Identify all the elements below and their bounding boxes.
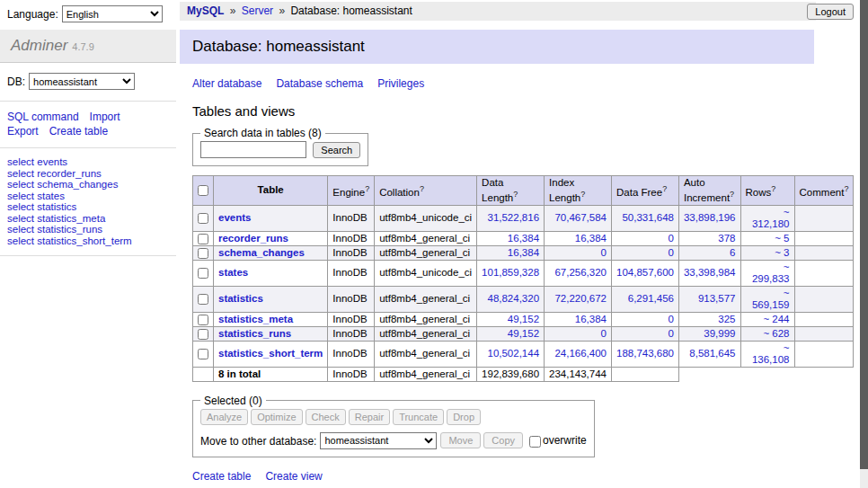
scrollbar-thumb[interactable] — [860, 0, 868, 469]
sidebar-link-select-recorder-runs[interactable]: select recorder_runs — [7, 168, 169, 180]
row-checkbox[interactable] — [198, 294, 208, 305]
link-privileges[interactable]: Privileges — [377, 77, 424, 90]
sidebar-action-create-table[interactable]: Create table — [49, 125, 108, 138]
sidebar-link-select-schema-changes[interactable]: select schema_changes — [7, 179, 169, 191]
search-button[interactable]: Search — [313, 142, 360, 158]
sidebar-link-select-statistics-short-term[interactable]: select statistics_short_term — [7, 235, 169, 247]
index-length-link[interactable]: 16,384 — [575, 314, 607, 324]
index-length-link[interactable]: 67,256,320 — [554, 267, 607, 278]
move-button[interactable]: Move — [440, 432, 481, 448]
link-database-schema[interactable]: Database schema — [276, 77, 363, 90]
help-link[interactable]: ? — [420, 184, 424, 193]
row-checkbox[interactable] — [198, 349, 208, 359]
logout-button[interactable]: Logout — [807, 4, 854, 20]
sidebar-action-export[interactable]: Export — [7, 125, 39, 138]
row-checkbox[interactable] — [198, 329, 208, 340]
auto-increment-link[interactable]: 6 — [730, 247, 735, 258]
data-length-link[interactable]: 49,152 — [508, 314, 539, 324]
help-link[interactable]: ? — [513, 190, 518, 199]
move-database-select[interactable]: homeassistant — [320, 432, 437, 449]
data-free-link[interactable]: 0 — [669, 233, 674, 244]
language-select[interactable]: English — [62, 5, 163, 22]
rows-link[interactable]: ~ 5 — [775, 233, 789, 244]
auto-increment-link[interactable]: 33,898,196 — [684, 212, 736, 223]
sidebar-link-select-events[interactable]: select events — [7, 156, 169, 168]
table-link-statistics[interactable]: statistics — [218, 293, 263, 304]
overwrite-checkbox[interactable] — [529, 436, 541, 448]
scrollbar[interactable] — [860, 0, 868, 488]
link-create-table[interactable]: Create table — [192, 470, 251, 483]
drop-button[interactable]: Drop — [447, 409, 481, 425]
help-link[interactable]: ? — [580, 190, 585, 199]
data-free-link[interactable]: 0 — [669, 314, 674, 324]
help-link[interactable]: ? — [844, 184, 848, 193]
link-alter-database[interactable]: Alter database — [192, 77, 261, 90]
index-length-link[interactable]: 70,467,584 — [554, 212, 607, 223]
check-button[interactable]: Check — [306, 409, 346, 425]
index-length-link[interactable]: 24,166,400 — [554, 348, 607, 359]
auto-increment-link[interactable]: 378 — [718, 233, 735, 244]
table-link-recorder-runs[interactable]: recorder_runs — [218, 233, 288, 244]
breadcrumb-server-link[interactable]: Server — [242, 4, 273, 17]
table-link-statistics-short-term[interactable]: statistics_short_term — [218, 348, 323, 359]
analyze-button[interactable]: Analyze — [200, 409, 248, 425]
rows-link[interactable]: ~ 3 — [775, 247, 789, 258]
auto-increment-link[interactable]: 33,398,984 — [684, 267, 736, 278]
data-length-link[interactable]: 31,522,816 — [487, 212, 539, 223]
table-link-states[interactable]: states — [218, 267, 248, 278]
table-link-events[interactable]: events — [218, 212, 251, 223]
help-link[interactable]: ? — [730, 190, 734, 199]
auto-increment-link[interactable]: 39,999 — [704, 328, 735, 339]
row-checkbox[interactable] — [198, 268, 208, 279]
index-length-link[interactable]: 0 — [601, 247, 607, 258]
rows-link[interactable]: ~ 299,833 — [752, 262, 790, 284]
help-link[interactable]: ? — [662, 184, 667, 193]
data-length-link[interactable]: 16,384 — [508, 233, 539, 244]
data-free-link[interactable]: 104,857,600 — [616, 267, 674, 278]
help-link[interactable]: ? — [771, 184, 775, 193]
row-checkbox[interactable] — [198, 248, 208, 259]
row-checkbox[interactable] — [198, 234, 208, 244]
index-length-link[interactable]: 16,384 — [575, 233, 607, 244]
sidebar-link-select-statistics[interactable]: select statistics — [7, 201, 169, 213]
optimize-button[interactable]: Optimize — [251, 409, 302, 425]
data-free-link[interactable]: 0 — [669, 328, 674, 339]
copy-button[interactable]: Copy — [483, 432, 523, 448]
sidebar-link-select-states[interactable]: select states — [7, 191, 169, 202]
data-free-link[interactable]: 50,331,648 — [622, 212, 674, 223]
data-length-link[interactable]: 101,859,328 — [482, 267, 539, 278]
row-checkbox[interactable] — [198, 315, 208, 325]
link-create-view[interactable]: Create view — [265, 470, 322, 483]
data-length-link[interactable]: 49,152 — [508, 328, 539, 339]
table-link-schema-changes[interactable]: schema_changes — [218, 247, 305, 258]
data-free-link[interactable]: 0 — [669, 247, 674, 258]
db-select[interactable]: homeassistant — [29, 73, 135, 90]
rows-link[interactable]: ~ 136,108 — [752, 342, 790, 365]
auto-increment-link[interactable]: 8,581,645 — [689, 348, 735, 359]
auto-increment-link[interactable]: 913,577 — [698, 293, 736, 304]
truncate-button[interactable]: Truncate — [393, 409, 444, 425]
sidebar-action-sql-command[interactable]: SQL command — [7, 111, 79, 123]
select-all-checkbox[interactable] — [198, 185, 208, 196]
index-length-link[interactable]: 0 — [601, 328, 607, 339]
breadcrumb-mysql-link[interactable]: MySQL — [187, 4, 224, 17]
rows-link[interactable]: ~ 312,180 — [752, 207, 790, 229]
help-link[interactable]: ? — [365, 184, 369, 193]
data-length-link[interactable]: 16,384 — [508, 247, 539, 258]
data-free-link[interactable]: 188,743,680 — [616, 348, 674, 359]
auto-increment-link[interactable]: 325 — [718, 314, 735, 324]
table-link-statistics-meta[interactable]: statistics_meta — [218, 314, 293, 324]
sidebar-link-select-statistics-runs[interactable]: select statistics_runs — [7, 224, 169, 235]
data-length-link[interactable]: 48,824,320 — [487, 293, 539, 304]
data-free-link[interactable]: 6,291,456 — [628, 293, 674, 304]
sidebar-link-select-statistics-meta[interactable]: select statistics_meta — [7, 213, 169, 225]
index-length-link[interactable]: 72,220,672 — [554, 293, 607, 304]
table-link-statistics-runs[interactable]: statistics_runs — [218, 328, 291, 339]
rows-link[interactable]: ~ 628 — [763, 328, 789, 339]
row-checkbox[interactable] — [198, 213, 208, 224]
data-length-link[interactable]: 10,502,144 — [487, 348, 539, 359]
rows-link[interactable]: ~ 244 — [763, 314, 789, 324]
sidebar-action-import[interactable]: Import — [90, 111, 120, 123]
search-input[interactable] — [200, 141, 306, 158]
repair-button[interactable]: Repair — [349, 409, 390, 425]
